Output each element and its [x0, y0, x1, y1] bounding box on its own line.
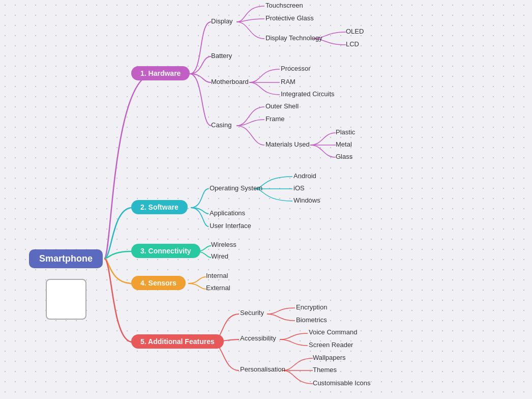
connectivity-node: 3. Connectivity — [131, 244, 200, 258]
external-label: External — [206, 284, 230, 292]
encryption-label: Encryption — [296, 303, 327, 311]
personalisation-label: Personalisation — [240, 365, 285, 373]
glass-label: Glass — [336, 153, 352, 160]
hardware-node: 1. Hardware — [131, 66, 190, 80]
connectivity-label: 3. Connectivity — [140, 247, 191, 255]
software-node: 2. Software — [131, 200, 188, 214]
display-tech-label: Display Technology — [265, 34, 322, 42]
outer-shell-label: Outer Shell — [265, 102, 299, 110]
motherboard-label: Motherboard — [211, 78, 249, 86]
touchscreen-label: Touchscreen — [265, 2, 303, 9]
themes-label: Themes — [313, 366, 337, 374]
display-label: Display — [211, 17, 233, 25]
integrated-circuits-label: Integrated Circuits — [281, 90, 335, 98]
root-node: Smartphone — [29, 249, 103, 268]
battery-label: Battery — [211, 52, 232, 60]
voice-command-label: Voice Command — [309, 328, 357, 336]
additional-node: 5. Additional Features — [131, 334, 224, 349]
wallpapers-label: Wallpapers — [313, 354, 346, 361]
biometrics-label: Biometrics — [296, 316, 327, 324]
sensors-node: 4. Sensors — [131, 276, 186, 290]
oled-label: OLED — [346, 27, 364, 35]
hardware-label: 1. Hardware — [140, 69, 181, 77]
windows-label: Windows — [293, 196, 320, 204]
wired-label: Wired — [211, 252, 228, 260]
screen-reader-label: Screen Reader — [309, 341, 353, 349]
sensors-label: 4. Sensors — [140, 279, 176, 287]
root-label: Smartphone — [39, 253, 93, 264]
frame-label: Frame — [265, 115, 285, 123]
user-interface-label: User Interface — [210, 222, 251, 230]
plastic-label: Plastic — [336, 128, 355, 136]
customisable-icons-label: Customisable Icons — [313, 379, 370, 387]
operating-system-label: Operating System — [210, 184, 262, 192]
metal-label: Metal — [336, 140, 352, 148]
ios-label: iOS — [293, 184, 305, 192]
accessibility-label: Accessibility — [240, 334, 276, 342]
additional-label: 5. Additional Features — [140, 337, 215, 346]
wireless-label: Wireless — [211, 241, 237, 248]
security-label: Security — [240, 309, 264, 317]
applications-label: Applications — [210, 209, 245, 217]
android-label: Android — [293, 172, 316, 180]
avatar — [46, 279, 86, 320]
internal-label: Internal — [206, 272, 228, 279]
ram-label: RAM — [281, 78, 295, 86]
lcd-label: LCD — [346, 40, 359, 48]
protective-glass-label: Protective Glass — [265, 14, 314, 22]
materials-used-label: Materials Used — [265, 140, 310, 148]
software-label: 2. Software — [140, 203, 179, 211]
casing-label: Casing — [211, 121, 231, 129]
processor-label: Processor — [281, 65, 311, 72]
